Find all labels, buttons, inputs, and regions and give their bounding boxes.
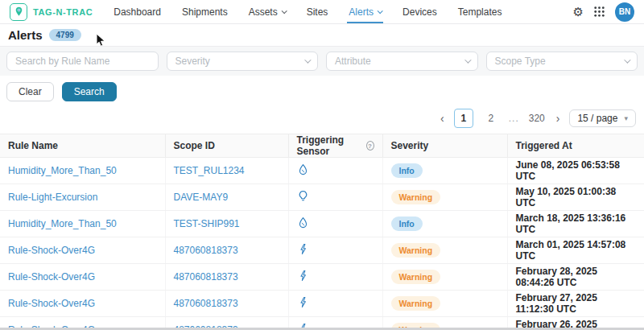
triggered-at-value: June 08, 2025 06:53:58 UTC — [507, 158, 644, 184]
page-size-select[interactable]: 15 / page ▾ — [569, 109, 636, 127]
rule-name-link[interactable]: Rule-Light-Excursion — [8, 192, 97, 203]
prev-page-icon[interactable]: ‹ — [439, 113, 446, 124]
filter-actions: Clear Search — [0, 76, 644, 106]
nav-item-dashboard[interactable]: Dashboard — [114, 0, 161, 23]
nav-item-templates[interactable]: Templates — [458, 0, 502, 23]
location-pin-icon — [13, 6, 25, 18]
triggered-at-value: March 01, 2025 14:57:08 UTC — [507, 237, 644, 264]
alerts-table: Rule Name Scope ID Triggering Sensor ? S… — [0, 134, 644, 330]
scope-id-link[interactable]: DAVE-MAY9 — [174, 192, 229, 203]
shock-icon — [297, 270, 309, 282]
search-button[interactable]: Search — [62, 82, 117, 101]
filter-bar: Severity Attribute Scope Type — [0, 47, 644, 76]
clear-button[interactable]: Clear — [6, 82, 54, 101]
scope-id-link[interactable]: TEST_RUL1234 — [174, 165, 245, 176]
nav-items: Dashboard Shipments Assets Sites Alerts … — [114, 0, 502, 23]
pagination: ‹ 1 2 ... 320 › 15 / page ▾ — [0, 106, 644, 132]
shock-icon — [297, 296, 309, 308]
nav-item-shipments[interactable]: Shipments — [182, 0, 228, 23]
page-button-last[interactable]: 320 — [527, 109, 547, 128]
page-button-1[interactable]: 1 — [454, 109, 473, 128]
light-bulb-icon — [297, 190, 309, 202]
severity-badge: Warning — [391, 270, 441, 284]
top-nav: TAG-N-TRAC Dashboard Shipments Assets Si… — [0, 0, 644, 24]
scope-id-link[interactable]: 487060818373 — [174, 271, 238, 283]
triggered-at-value: May 10, 2025 01:00:38 UTC — [507, 184, 644, 211]
attribute-dropdown[interactable]: Attribute — [326, 52, 478, 71]
scope-id-link[interactable]: 487060818373 — [174, 298, 238, 309]
help-icon[interactable]: ? — [366, 141, 374, 151]
chevron-down-icon — [304, 56, 311, 63]
humidity-icon — [297, 217, 309, 229]
severity-dropdown[interactable]: Severity — [167, 52, 319, 71]
page-button-2[interactable]: 2 — [481, 109, 501, 128]
col-severity: Severity — [382, 134, 507, 158]
nav-right: ⚙ BN — [573, 2, 634, 22]
shock-icon — [297, 243, 309, 255]
table-row: Rule-Shock-Over4G 487060818373 Warning M… — [0, 237, 644, 264]
humidity-icon — [297, 163, 309, 175]
brand-logo-icon — [10, 3, 27, 21]
col-scope-id: Scope ID — [165, 134, 288, 158]
table-row: Rule-Light-Excursion DAVE-MAY9 Warning M… — [0, 184, 644, 211]
rule-name-link[interactable]: Rule-Shock-Over4G — [8, 245, 95, 256]
severity-badge: Info — [391, 163, 423, 178]
severity-badge: Warning — [391, 243, 441, 258]
alerts-page: TAG-N-TRAC Dashboard Shipments Assets Si… — [0, 0, 644, 330]
caret-down-icon: ▾ — [624, 114, 628, 122]
triggered-at-value: March 18, 2025 13:36:16 UTC — [507, 211, 644, 237]
col-rule-name: Rule Name — [0, 134, 165, 158]
table-row: Humidity_More_Than_50 TEST_RUL1234 Info … — [0, 158, 644, 184]
scope-id-link[interactable]: TEST-SHIP991 — [174, 218, 240, 229]
nav-item-devices[interactable]: Devices — [402, 0, 437, 23]
col-triggered-at: Triggered At — [507, 134, 644, 158]
next-page-icon[interactable]: › — [555, 113, 562, 124]
page-ellipsis: ... — [509, 113, 519, 124]
page-title: Alerts — [8, 28, 43, 42]
search-rule-name-input[interactable] — [6, 52, 159, 71]
chevron-down-icon — [378, 8, 383, 14]
chevron-down-icon — [281, 8, 287, 14]
nav-item-assets[interactable]: Assets — [249, 0, 286, 23]
col-triggering-sensor: Triggering Sensor ? — [288, 134, 382, 158]
table-row: Rule-Shock-Over4G 487060818373 Warning F… — [0, 264, 644, 291]
apps-grid-icon[interactable] — [594, 6, 605, 17]
alert-count-badge: 4799 — [49, 29, 81, 41]
nav-item-alerts[interactable]: Alerts — [349, 0, 382, 23]
table-header-row: Rule Name Scope ID Triggering Sensor ? S… — [0, 134, 644, 158]
severity-badge: Warning — [391, 190, 441, 204]
rule-name-link[interactable]: Humidity_More_Than_50 — [8, 165, 117, 176]
chevron-down-icon — [464, 56, 471, 63]
table-row: Rule-Shock-Over4G 487060818373 Warning F… — [0, 291, 644, 317]
rule-name-link[interactable]: Rule-Shock-Over4G — [8, 298, 95, 309]
scope-type-dropdown[interactable]: Scope Type — [486, 52, 638, 71]
severity-badge: Info — [391, 217, 423, 231]
user-avatar[interactable]: BN — [615, 2, 634, 22]
brand-name: TAG-N-TRAC — [33, 7, 93, 17]
triggered-at-value: February 27, 2025 11:12:30 UTC — [507, 291, 644, 317]
rule-name-link[interactable]: Humidity_More_Than_50 — [8, 218, 117, 229]
settings-gear-icon[interactable]: ⚙ — [573, 6, 584, 18]
nav-item-sites[interactable]: Sites — [307, 0, 328, 23]
triggered-at-value: February 28, 2025 08:44:26 UTC — [507, 264, 644, 291]
severity-badge: Warning — [391, 296, 441, 311]
title-bar: Alerts 4799 — [0, 24, 644, 47]
chevron-down-icon — [624, 56, 630, 63]
rule-name-link[interactable]: Rule-Shock-Over4G — [8, 271, 95, 283]
table-row: Humidity_More_Than_50 TEST-SHIP991 Info … — [0, 211, 644, 237]
scope-id-link[interactable]: 487060818373 — [174, 245, 238, 256]
